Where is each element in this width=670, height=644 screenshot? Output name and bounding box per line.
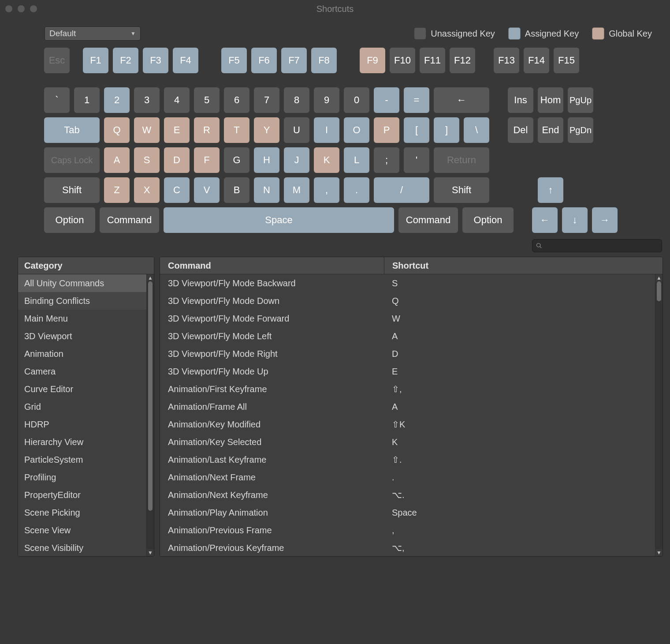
key-9[interactable]: 9 (314, 87, 339, 113)
key-f11[interactable]: F11 (420, 48, 445, 73)
search-input[interactable] (545, 242, 658, 250)
category-item[interactable]: Binding Conflicts (18, 292, 147, 310)
command-row[interactable]: 3D Viewport/Fly Mode DownQ (160, 292, 655, 310)
key-p[interactable]: P (374, 117, 399, 143)
key-2[interactable]: 2 (104, 87, 130, 113)
command-row[interactable]: Animation/Play AnimationSpace (160, 504, 655, 521)
key-r[interactable]: R (194, 117, 220, 143)
command-row[interactable]: Animation/Next Keyframe⌥. (160, 486, 655, 504)
category-item[interactable]: Hierarchy View (18, 433, 147, 451)
key-esc[interactable]: Esc (44, 48, 70, 73)
key-z[interactable]: Z (104, 177, 130, 203)
key-f13[interactable]: F13 (494, 48, 519, 73)
key-x[interactable]: X (134, 177, 160, 203)
command-row[interactable]: Animation/Previous Frame, (160, 521, 655, 539)
key-8[interactable]: 8 (284, 87, 309, 113)
profile-dropdown[interactable]: Default ▼ (45, 26, 141, 41)
key-shift[interactable]: Shift (44, 177, 100, 203)
key-e[interactable]: E (164, 117, 190, 143)
key-f4[interactable]: F4 (173, 48, 198, 73)
key-q[interactable]: Q (104, 117, 130, 143)
category-item[interactable]: Profiling (18, 468, 147, 486)
key-pg-dn[interactable]: PgDn (568, 117, 593, 143)
command-row[interactable]: Animation/Last Keyframe⇧. (160, 451, 655, 468)
key-command[interactable]: Command (100, 207, 159, 233)
key-d[interactable]: D (164, 147, 190, 173)
command-scrollbar[interactable]: ▲ ▼ (655, 274, 663, 556)
key-w[interactable]: W (134, 117, 160, 143)
key-y[interactable]: Y (254, 117, 279, 143)
category-item[interactable]: PropertyEditor (18, 486, 147, 504)
key-a[interactable]: A (104, 147, 130, 173)
key-f3[interactable]: F3 (143, 48, 168, 73)
key-s[interactable]: S (134, 147, 160, 173)
key--[interactable]: - (374, 87, 399, 113)
category-item[interactable]: HDRP (18, 416, 147, 433)
category-item[interactable]: Camera (18, 363, 147, 380)
key-3[interactable]: 3 (134, 87, 160, 113)
key-m[interactable]: M (284, 177, 309, 203)
key-u[interactable]: U (284, 117, 309, 143)
key-7[interactable]: 7 (254, 87, 279, 113)
key-f5[interactable]: F5 (221, 48, 247, 73)
key-caps-lock[interactable]: Caps Lock (44, 147, 100, 173)
key--[interactable]: ↓ (562, 207, 588, 233)
key-pg-up[interactable]: PgUp (568, 87, 593, 113)
key-1[interactable]: 1 (74, 87, 100, 113)
key-end[interactable]: End (538, 117, 563, 143)
key-4[interactable]: 4 (164, 87, 190, 113)
category-item[interactable]: Curve Editor (18, 380, 147, 398)
category-item[interactable]: Animation (18, 345, 147, 363)
key--[interactable]: [ (404, 117, 429, 143)
scroll-thumb[interactable] (148, 281, 153, 511)
key--[interactable]: ← (532, 207, 558, 233)
key-o[interactable]: O (344, 117, 369, 143)
key-i[interactable]: I (314, 117, 339, 143)
category-item[interactable]: Grid (18, 398, 147, 416)
command-row[interactable]: Animation/Previous Keyframe⌥, (160, 539, 655, 556)
key-f8[interactable]: F8 (311, 48, 337, 73)
key-option[interactable]: Option (44, 207, 95, 233)
key--[interactable]: ` (44, 87, 70, 113)
key--[interactable]: ; (374, 147, 399, 173)
key-0[interactable]: 0 (344, 87, 369, 113)
key--[interactable]: . (344, 177, 369, 203)
command-row[interactable]: 3D Viewport/Fly Mode UpE (160, 363, 655, 380)
scroll-down-icon[interactable]: ▼ (656, 549, 662, 556)
key--[interactable]: / (374, 177, 429, 203)
key-f14[interactable]: F14 (524, 48, 549, 73)
key-5[interactable]: 5 (194, 87, 220, 113)
command-row[interactable]: 3D Viewport/Fly Mode BackwardS (160, 274, 655, 292)
key-n[interactable]: N (254, 177, 279, 203)
command-row[interactable]: 3D Viewport/Fly Mode LeftA (160, 327, 655, 345)
category-item[interactable]: Scene Visibility (18, 539, 147, 556)
command-row[interactable]: 3D Viewport/Fly Mode ForwardW (160, 310, 655, 327)
key--[interactable]: = (404, 87, 429, 113)
key-b[interactable]: B (224, 177, 249, 203)
key-shift[interactable]: Shift (434, 177, 489, 203)
category-item[interactable]: Scene Picking (18, 504, 147, 521)
key--[interactable]: ← (434, 87, 489, 113)
key--[interactable]: → (592, 207, 618, 233)
command-row[interactable]: Animation/Key Modified⇧K (160, 416, 655, 433)
key-f1[interactable]: F1 (83, 48, 108, 73)
key-k[interactable]: K (314, 147, 339, 173)
key-del[interactable]: Del (508, 117, 533, 143)
key-l[interactable]: L (344, 147, 369, 173)
scroll-down-icon[interactable]: ▼ (148, 549, 153, 556)
scroll-up-icon[interactable]: ▲ (148, 274, 153, 281)
category-item[interactable]: All Unity Commands (18, 274, 147, 292)
command-column-header[interactable]: Command (160, 257, 384, 274)
key-g[interactable]: G (224, 147, 249, 173)
scroll-thumb[interactable] (657, 281, 661, 301)
key-f12[interactable]: F12 (450, 48, 475, 73)
key-option[interactable]: Option (462, 207, 514, 233)
key-f6[interactable]: F6 (251, 48, 277, 73)
key-tab[interactable]: Tab (44, 117, 100, 143)
category-item[interactable]: 3D Viewport (18, 327, 147, 345)
key--[interactable]: ' (404, 147, 429, 173)
key-h[interactable]: H (254, 147, 279, 173)
search-box[interactable] (532, 239, 662, 252)
key-command[interactable]: Command (398, 207, 458, 233)
key-t[interactable]: T (224, 117, 249, 143)
